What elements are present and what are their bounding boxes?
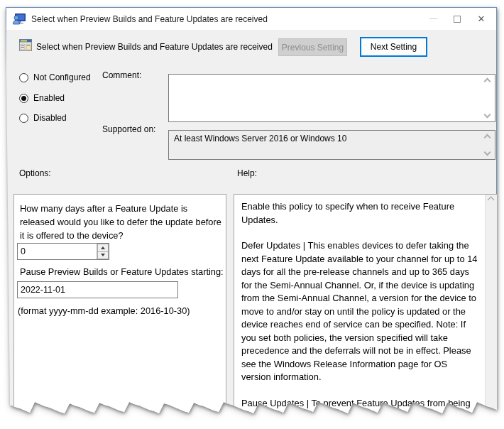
close-icon: ✕ [478, 14, 486, 23]
pause-start-label: Pause Preview Builds or Feature Updates … [20, 266, 224, 277]
help-panel: Enable this policy to specify when to re… [234, 194, 498, 428]
window-title: Select when Preview Builds and Feature U… [31, 14, 268, 24]
supported-on-label: Supported on: [102, 124, 155, 134]
window-shadow: Select when Preview Builds and Feature U… [0, 0, 491, 420]
spinner-buttons [97, 244, 109, 259]
defer-days-question: How many days after a Feature Update is … [20, 202, 223, 242]
setting-title: Select when Preview Builds and Feature U… [36, 42, 273, 52]
spin-down-icon [101, 254, 105, 256]
maximize-icon [454, 16, 461, 23]
help-section-label: Help: [237, 168, 257, 178]
radio-enabled[interactable]: Enabled [19, 93, 65, 103]
scroll-up-icon[interactable] [484, 134, 491, 141]
radio-label: Enabled [33, 93, 65, 103]
dialog-window: Select when Preview Builds and Feature U… [6, 7, 497, 428]
help-paragraph: Defer Updates | This enables devices to … [241, 239, 478, 384]
supported-scrollbar[interactable] [482, 132, 493, 158]
radio-circle[interactable] [19, 114, 28, 123]
spin-down-button[interactable] [97, 252, 109, 260]
options-section-label: Options: [19, 168, 51, 178]
radio-not-configured[interactable]: Not Configured [19, 72, 91, 82]
previous-setting-button[interactable]: Previous Setting [278, 38, 347, 56]
comment-scrollbar[interactable] [482, 76, 493, 120]
caption-buttons: ✕ [421, 8, 493, 30]
supported-on-field: At least Windows Server 2016 or Windows … [168, 130, 495, 160]
spin-up-icon [101, 246, 105, 249]
comment-textarea[interactable] [168, 74, 495, 122]
maximize-button[interactable] [445, 8, 469, 30]
radio-disabled[interactable]: Disabled [19, 113, 67, 123]
radio-label: Disabled [33, 113, 67, 123]
scroll-up-icon[interactable] [484, 78, 491, 85]
radio-circle[interactable] [19, 94, 28, 103]
scroll-down-icon[interactable] [484, 149, 491, 156]
spin-up-button[interactable] [97, 244, 109, 252]
help-paragraph: Pause Updates | To prevent Feature Updat… [241, 397, 478, 428]
radio-label: Not Configured [33, 72, 91, 82]
supported-on-value: At least Windows Server 2016 or Windows … [174, 134, 346, 143]
help-scrollbar[interactable] [485, 195, 497, 428]
policy-setting-icon [19, 39, 32, 51]
minimize-button[interactable] [421, 8, 445, 30]
radio-circle[interactable] [19, 73, 28, 82]
header-row: Select when Preview Builds and Feature U… [6, 30, 496, 63]
policy-monitor-icon [13, 13, 26, 25]
defer-days-spinner[interactable] [17, 243, 109, 260]
scroll-up-icon[interactable] [488, 197, 495, 204]
help-text: Enable this policy to specify when to re… [234, 195, 484, 428]
comment-label: Comment: [102, 70, 141, 80]
scroll-down-icon[interactable] [484, 112, 491, 119]
minimize-icon [429, 18, 437, 19]
next-setting-button[interactable]: Next Setting [360, 37, 427, 57]
options-panel: How many days after a Feature Update is … [13, 194, 226, 428]
defer-days-input[interactable] [18, 244, 97, 259]
pause-start-date-input[interactable] [17, 281, 178, 298]
help-paragraph: Enable this policy to specify when to re… [241, 200, 478, 227]
close-button[interactable]: ✕ [469, 8, 493, 30]
title-bar[interactable]: Select when Preview Builds and Feature U… [6, 8, 496, 30]
date-format-hint: (format yyyy-mm-dd example: 2016-10-30) [18, 305, 190, 316]
